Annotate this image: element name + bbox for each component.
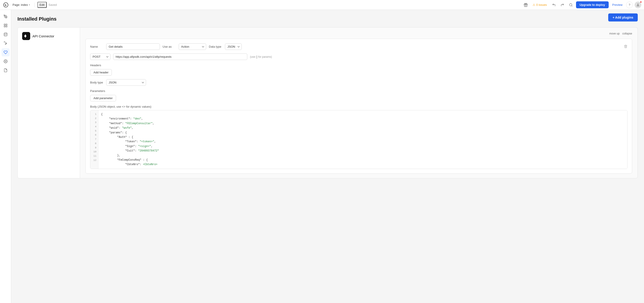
parameters-section: Parameters Add parameter [90,89,628,101]
name-input[interactable] [106,44,160,50]
api-call-form: Name Use as Action Data Authentication D… [86,39,632,174]
redo-button[interactable] [559,2,566,8]
avatar[interactable] [634,2,641,8]
line-num: 2 [92,116,96,121]
body-type-select[interactable]: JSON Form data x-www-form-urlencoded Non… [106,79,146,86]
line-num: 4 [92,125,96,129]
code-line-6: "Auth" : { [101,135,624,139]
code-line-8: "Sign": "<sign>", [101,144,624,149]
url-hint: (use [] for params) [250,55,272,58]
body-type-row: Body type JSON Form data x-www-form-urle… [90,79,628,86]
sidebar-item-plugins[interactable] [2,48,10,56]
code-line-2: "environment": "dev", [101,117,624,121]
edit-button[interactable]: Edit [37,2,47,8]
notification-dot [640,1,642,3]
code-line-3: "method": "FECompConsultar", [101,121,624,126]
sidebar [0,10,11,303]
move-up-button[interactable]: move up [609,32,620,35]
line-num: 3 [92,120,96,125]
sidebar-item-settings[interactable] [2,57,10,65]
collapse-button[interactable]: collapse [622,32,632,35]
sidebar-item-layout[interactable] [2,22,10,30]
search-button[interactable] [568,2,574,8]
name-label: Name [90,45,104,48]
sidebar-item-data[interactable] [2,31,10,39]
delete-button[interactable] [624,45,628,49]
nav-divider [34,3,35,7]
line-num: 11 [92,154,96,158]
code-line-4: "wsid": "wsfe", [101,126,624,130]
code-editor[interactable]: 1 2 3 4 5 6 7 8 9 10 11 [90,110,628,169]
add-plugins-button[interactable]: + Add plugins [608,14,638,22]
method-url-row: POST GET PUT DELETE PATCH (use [] for pa… [90,54,628,60]
url-input[interactable] [113,54,247,60]
svg-rect-9 [6,24,7,25]
use-as-select[interactable]: Action Data Authentication [179,44,206,50]
svg-rect-11 [6,26,7,27]
code-content: 1 2 3 4 5 6 7 8 9 10 11 [90,110,627,169]
line-num: 7 [92,137,96,141]
line-numbers: 1 2 3 4 5 6 7 8 9 10 11 [90,110,98,169]
svg-rect-8 [4,24,5,25]
upgrade-button[interactable]: Upgrade to deploy [576,1,609,8]
preview-button[interactable]: Preview [610,2,624,8]
warning-icon: ⚠ [533,3,535,7]
page-selector[interactable]: Page: index ▾ [11,2,32,8]
plugin-sidebar: API Connector [18,27,80,178]
line-num: 12 [92,158,96,162]
body-type-label: Body type [90,81,104,84]
main-content: Installed Plugins + Add plugins API Conn… [11,10,644,303]
svg-line-5 [572,6,572,6]
use-as-label: Use as [162,45,176,48]
line-num: 5 [92,129,96,133]
gift-icon[interactable] [522,2,529,8]
svg-point-13 [5,61,6,62]
headers-section: Headers Add header [90,64,628,76]
topnav-actions: ⚠ 0 issues Upgrade to deploy Preview ? [522,1,641,8]
plugin-layout: API Connector move up collapse Name Use … [18,27,638,178]
plugin-name: API Connector [32,34,54,38]
headers-label: Headers [90,64,628,67]
code-line-10: }, [101,153,624,158]
plugin-header: move up collapse [86,32,632,35]
code-line-1: { [101,112,624,117]
add-parameter-button[interactable]: Add parameter [90,95,116,101]
saved-label: Saved [48,3,57,7]
svg-point-7 [5,16,6,17]
data-type-select[interactable]: JSON Text XML [225,44,242,50]
issues-label: 0 issues [536,3,547,7]
page-title: Installed Plugins [18,16,638,22]
code-line-11: "FeCompConsReq" : { [101,158,624,162]
method-select[interactable]: POST GET PUT DELETE PATCH [90,54,110,60]
name-row: Name Use as Action Data Authentication D… [90,44,628,50]
svg-rect-10 [4,26,5,27]
code-line-9: "Cuit": "20409378472" [101,149,624,153]
line-num: 6 [92,133,96,137]
undo-button[interactable] [550,2,557,8]
body-section: Body (JSON object, use <> for dynamic va… [90,105,628,169]
svg-point-12 [4,33,7,34]
svg-text:b: b [5,3,6,7]
svg-point-6 [637,4,639,5]
body-label: Body (JSON object, use <> for dynamic va… [90,105,628,108]
code-lines: { "environment": "dev", "method": "FECom… [98,110,627,169]
line-num: 1 [92,112,96,116]
svg-rect-15 [25,35,26,38]
app-logo: b [3,2,9,8]
line-num: 9 [92,146,96,150]
data-type-label: Data type [209,45,222,48]
sidebar-item-pages[interactable] [2,66,10,74]
page-name: Page: index [12,3,28,7]
sidebar-item-styles[interactable] [2,39,10,48]
help-icon: ? [628,3,630,7]
issues-button[interactable]: ⚠ 0 issues [531,2,549,8]
sidebar-item-design[interactable] [2,13,10,21]
line-num: 10 [92,150,96,154]
help-button[interactable]: ? [626,2,633,8]
plugin-logo: API Connector [22,32,75,40]
parameters-label: Parameters [90,89,628,93]
code-line-7: "Token": "<token>", [101,139,624,144]
chevron-down-icon: ▾ [29,4,30,6]
plugin-main: move up collapse Name Use as Action Data… [80,27,638,178]
add-header-button[interactable]: Add header [90,69,112,76]
